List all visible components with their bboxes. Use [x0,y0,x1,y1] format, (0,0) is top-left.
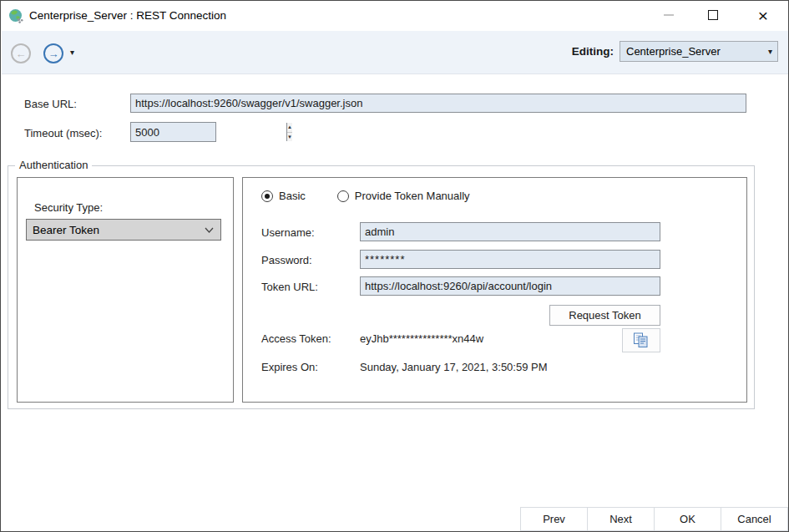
forward-arrow-icon: → [48,48,59,60]
password-input[interactable] [360,250,660,269]
security-type-value: Bearer Token [33,224,99,236]
forward-button[interactable]: → [43,43,63,63]
editing-label: Editing: [572,45,614,58]
arrow-down-icon: ▼ [287,134,292,139]
cancel-button[interactable]: Cancel [721,507,788,531]
security-type-dropdown[interactable]: Bearer Token [26,219,221,241]
radio-provide-token-label: Provide Token Manually [355,190,470,202]
timeout-input[interactable] [131,123,286,141]
ok-button[interactable]: OK [654,507,721,531]
auth-mode-radios: Basic Provide Token Manually [261,190,470,202]
next-button[interactable]: Next [587,507,655,531]
base-url-label: Base URL: [24,98,77,110]
radio-basic[interactable]: Basic [261,190,306,202]
chevron-down-icon [205,227,214,233]
access-token-label: Access Token: [261,332,331,345]
timeout-spin-buttons: ▲ ▼ [286,123,292,141]
globe-app-icon [8,8,24,24]
copy-token-button[interactable] [622,328,660,352]
credentials-panel: Basic Provide Token Manually Username: P… [242,177,747,403]
base-url-input[interactable] [130,94,746,113]
radio-basic-label: Basic [279,190,306,202]
editing-server-value: Centerprise_Server [626,45,721,58]
token-url-input[interactable] [360,276,660,296]
spin-down-button[interactable]: ▼ [287,132,292,142]
password-label: Password: [261,254,312,266]
minimize-button[interactable] [650,1,688,29]
authentication-groupbox: Authentication Security Type: Bearer Tok… [8,165,755,409]
editing-group: Editing: Centerprise_Server ▾ [572,41,778,62]
authentication-group-label: Authentication [15,159,92,171]
prev-button[interactable]: Prev [520,507,588,531]
rest-connection-dialog: Centerprise_Server : REST Connection × ←… [0,0,789,532]
radio-provide-token-manually[interactable]: Provide Token Manually [337,190,470,202]
timeout-label: Timeout (msec): [24,127,102,139]
toolbar: ← → ▾ Editing: Centerprise_Server ▾ [2,31,789,74]
maximize-icon [708,10,718,20]
access-token-value: eyJhb***************xn44w [360,332,483,345]
radio-provide-token-circle [337,190,349,202]
timeout-stepper: ▲ ▼ [130,122,216,142]
token-url-label: Token URL: [261,281,318,293]
expires-on-value: Sunday, January 17, 2021, 3:50:59 PM [360,361,548,373]
copy-icon [633,332,650,348]
username-input[interactable] [360,222,660,241]
back-arrow-icon: ← [16,48,27,60]
editing-server-dropdown[interactable]: Centerprise_Server ▾ [620,41,778,62]
arrow-up-icon: ▲ [287,124,292,129]
footer-button-bar: Prev Next OK Cancel [521,507,788,531]
spin-up-button[interactable]: ▲ [287,123,292,132]
back-button[interactable]: ← [11,43,31,63]
chevron-down-icon: ▾ [768,47,772,56]
forward-dropdown-caret-icon[interactable]: ▾ [70,48,74,57]
security-type-panel: Security Type: Bearer Token [17,177,234,403]
window-title: Centerprise_Server : REST Connection [29,9,226,22]
security-type-label: Security Type: [34,201,103,214]
username-label: Username: [261,226,315,239]
radio-basic-circle [261,190,273,202]
minimize-icon [664,14,674,16]
expires-on-label: Expires On: [261,361,318,373]
maximize-button[interactable] [694,1,732,29]
titlebar: Centerprise_Server : REST Connection × [1,1,788,31]
request-token-button[interactable]: Request Token [549,305,660,326]
close-icon: × [758,7,768,24]
close-button[interactable]: × [744,1,782,29]
